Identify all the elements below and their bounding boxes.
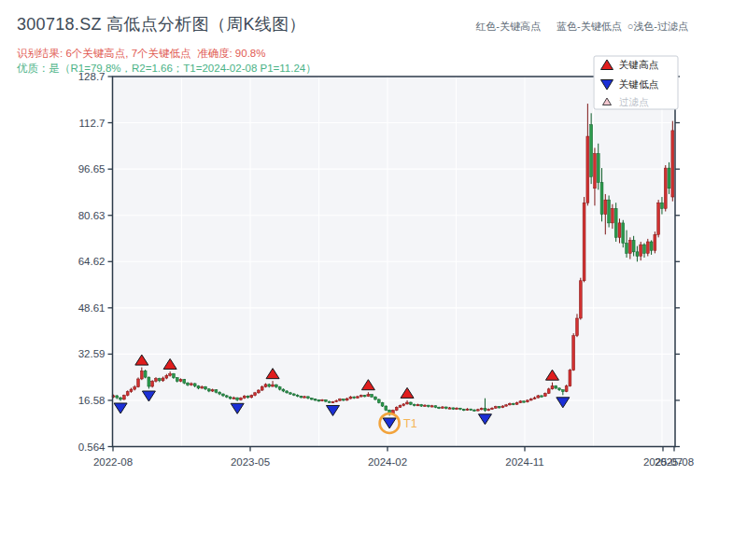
candle bbox=[462, 409, 465, 411]
candle bbox=[622, 220, 625, 247]
candle bbox=[657, 200, 660, 237]
candle bbox=[254, 392, 257, 397]
x-tick-label: 2024-11 bbox=[505, 456, 543, 468]
candle bbox=[654, 231, 656, 253]
legend-label-1: 关键低点 bbox=[619, 78, 659, 90]
y-tick-label: 32.59 bbox=[78, 348, 106, 359]
candle bbox=[579, 278, 582, 320]
candle bbox=[310, 398, 313, 399]
candle bbox=[512, 403, 514, 405]
x-tick-label: 2022-08 bbox=[93, 456, 133, 468]
candle bbox=[473, 409, 476, 411]
y-tick-label: 112.7 bbox=[79, 118, 106, 129]
x-tick-label: 2023-05 bbox=[231, 456, 270, 468]
candle bbox=[569, 369, 571, 386]
candle bbox=[395, 406, 398, 411]
candle bbox=[317, 399, 320, 401]
candle bbox=[257, 389, 260, 394]
hint-key-low-label: 蓝色-关键低点 bbox=[557, 20, 622, 34]
candle bbox=[314, 399, 317, 400]
candle bbox=[671, 121, 674, 202]
candle bbox=[614, 203, 617, 242]
candle bbox=[583, 197, 585, 282]
candle bbox=[144, 370, 147, 378]
y-tick-label: 16.58 bbox=[78, 395, 106, 406]
y-tick-label: 64.62 bbox=[78, 256, 106, 267]
legend-label-0: 关键高点 bbox=[619, 59, 659, 70]
y-tick-label: 80.63 bbox=[78, 210, 106, 221]
candle bbox=[572, 333, 575, 371]
candle bbox=[137, 377, 140, 387]
candle bbox=[470, 409, 472, 411]
candle bbox=[498, 406, 500, 408]
candle bbox=[321, 399, 324, 401]
y-tick-label: 48.61 bbox=[78, 302, 106, 314]
color-legend-hint: 红色-关键高点 蓝色-关键低点 ○浅色-过滤点 bbox=[475, 20, 688, 34]
candle bbox=[543, 393, 546, 398]
candle bbox=[541, 395, 543, 397]
candle bbox=[385, 405, 388, 411]
candle bbox=[523, 400, 526, 402]
candle bbox=[608, 195, 611, 227]
chart-legend: 关键高点关键低点过滤点 bbox=[594, 56, 678, 109]
quality-result-text: 优质：是（R1=79.8%，R2=1.66；T1=2024-02-08 P1=1… bbox=[17, 62, 317, 76]
candle bbox=[122, 395, 125, 400]
report-page: T10.56416.5832.5948.6164.6280.6396.65112… bbox=[0, 0, 747, 560]
page-title: 300718.SZ 高低点分析图（周K线图） bbox=[17, 13, 306, 35]
y-tick-label: 96.65 bbox=[78, 163, 106, 175]
legend-label-2: 过滤点 bbox=[619, 96, 649, 107]
t1-label: T1 bbox=[403, 417, 417, 430]
hint-key-high-label: 红色-关键高点 bbox=[475, 20, 541, 34]
candle bbox=[438, 407, 441, 409]
recognition-result-text: 识别结果: 6个关键高点, 7个关键低点 准确度: 90.8% bbox=[17, 47, 265, 61]
candle bbox=[377, 399, 380, 403]
candle bbox=[363, 395, 366, 397]
x-tick-label: 2025-08 bbox=[655, 456, 694, 468]
candle bbox=[381, 402, 384, 407]
candle bbox=[664, 165, 667, 212]
hint-filter-label: ○浅色-过滤点 bbox=[627, 20, 688, 34]
y-tick-label: 0.564 bbox=[78, 441, 106, 453]
kline-chart: T10.56416.5832.5948.6164.6280.6396.65112… bbox=[0, 0, 747, 560]
candle bbox=[151, 380, 154, 387]
x-tick-label: 2024-02 bbox=[368, 456, 407, 468]
